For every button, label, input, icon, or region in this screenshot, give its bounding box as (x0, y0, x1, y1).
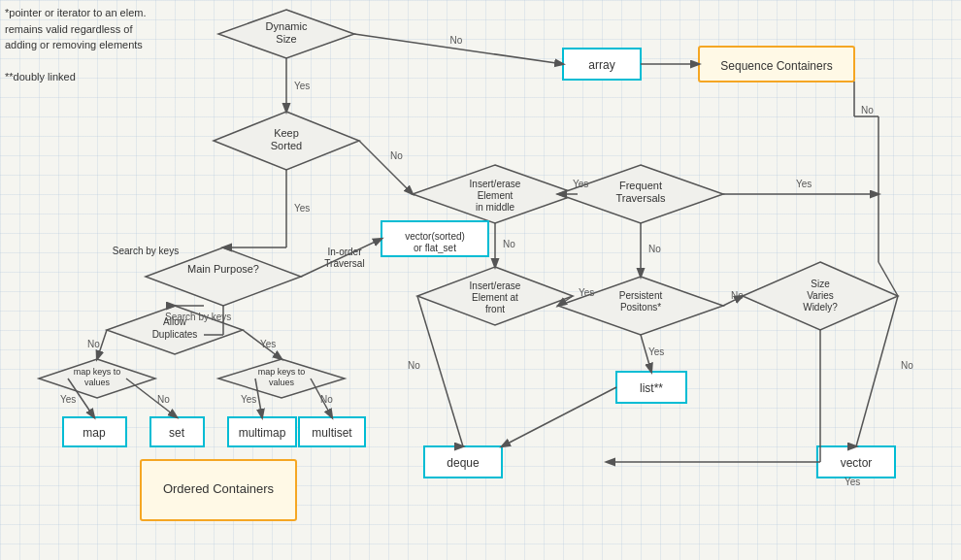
ordered-containers-label: Ordered Containers (163, 481, 275, 496)
svg-text:No: No (503, 239, 515, 249)
map-label: map (83, 426, 106, 440)
svg-text:Duplicates: Duplicates (152, 329, 198, 340)
svg-text:No: No (320, 394, 333, 405)
multiset-label: multiset (312, 426, 352, 440)
multimap-label: multimap (239, 426, 286, 440)
svg-text:Frequent: Frequent (619, 180, 662, 191)
main-purpose-node (146, 247, 301, 306)
svg-text:Yes: Yes (845, 477, 860, 487)
svg-text:Yes: Yes (294, 203, 310, 214)
svg-text:No: No (408, 360, 420, 371)
svg-text:Persistent: Persistent (619, 290, 663, 301)
svg-text:Varies: Varies (807, 290, 834, 301)
vector-label: vector (841, 456, 873, 470)
svg-line-76 (856, 296, 898, 446)
svg-line-33 (359, 141, 413, 194)
set-label: set (169, 426, 185, 440)
svg-text:No: No (157, 394, 170, 405)
flowchart-svg: Dynamic Size array Sequence Containers K… (0, 0, 961, 560)
list-label: list** (640, 381, 663, 395)
svg-text:Search by keys: Search by keys (165, 312, 231, 322)
svg-text:Insert/erase: Insert/erase (470, 280, 521, 291)
svg-text:No: No (901, 360, 913, 371)
svg-text:Yes: Yes (294, 81, 310, 91)
svg-text:Traversals: Traversals (616, 192, 666, 204)
svg-text:Yes: Yes (648, 346, 664, 357)
svg-text:Traversal: Traversal (324, 258, 364, 269)
svg-text:map keys to: map keys to (74, 367, 121, 377)
svg-text:Yes: Yes (241, 394, 256, 405)
deque-label: deque (447, 456, 480, 470)
svg-text:Sorted: Sorted (271, 140, 302, 151)
svg-line-81 (502, 387, 616, 446)
svg-text:Positons*: Positons* (620, 302, 661, 313)
flowchart-canvas: *pointer or iterator to an elem. remains… (0, 0, 961, 560)
search-keys-label: Search by keys (113, 246, 179, 256)
svg-text:Element at: Element at (472, 292, 518, 303)
svg-line-47 (301, 239, 381, 277)
svg-text:Element: Element (478, 190, 514, 201)
svg-text:map keys to: map keys to (258, 367, 306, 377)
svg-text:Yes: Yes (579, 287, 594, 298)
svg-text:No: No (390, 150, 403, 161)
svg-text:or flat_set: or flat_set (414, 243, 456, 253)
svg-text:Widely?: Widely? (803, 302, 838, 313)
svg-text:Keep: Keep (274, 127, 299, 139)
svg-text:Yes: Yes (573, 179, 588, 189)
sequence-containers-label: Sequence Containers (720, 59, 832, 73)
dynamic-size-label: Dynamic (266, 20, 308, 32)
svg-text:No: No (861, 105, 874, 115)
svg-line-67 (417, 296, 463, 446)
svg-text:values: values (269, 378, 295, 387)
svg-text:No: No (731, 290, 744, 301)
svg-text:No: No (450, 35, 463, 46)
svg-text:Main Purpose?: Main Purpose? (187, 263, 259, 275)
svg-text:No: No (648, 244, 661, 254)
svg-text:Yes: Yes (260, 339, 276, 349)
svg-text:Yes: Yes (60, 394, 76, 405)
array-label: array (588, 58, 614, 72)
svg-text:values: values (84, 378, 111, 387)
svg-text:Size: Size (811, 279, 830, 289)
svg-text:in middle: in middle (476, 202, 514, 213)
svg-text:Yes: Yes (796, 179, 812, 189)
svg-text:front: front (485, 304, 505, 314)
svg-text:Size: Size (276, 33, 296, 45)
svg-text:vector(sorted): vector(sorted) (405, 231, 465, 242)
svg-text:No: No (87, 339, 100, 349)
svg-text:Insert/erase: Insert/erase (470, 179, 521, 189)
